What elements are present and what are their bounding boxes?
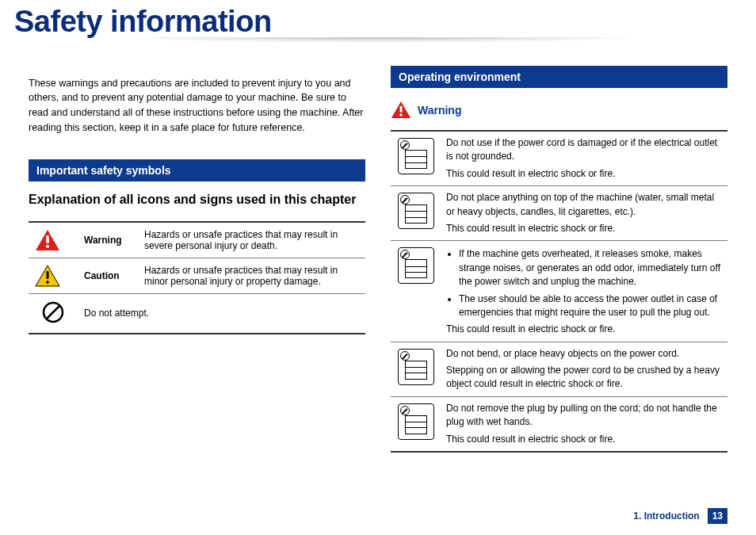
warning-row: Do not remove the plug by pulling on the… — [391, 396, 727, 452]
right-column: Operating environment Warning Do not use… — [391, 66, 727, 453]
objects-on-machine-icon — [398, 193, 434, 229]
svg-point-3 — [46, 281, 49, 284]
cord-bend-icon — [398, 349, 434, 385]
warning-line: Do not place anything on top of the mach… — [446, 191, 723, 219]
section-heading-symbols: Important safety symbols — [29, 159, 365, 182]
warning-line: Do not use if the power cord is damaged … — [446, 136, 723, 164]
symbol-row-caution: Caution Hazards or unsafe practices that… — [29, 258, 365, 293]
symbols-subheading: Explanation of all icons and signs used … — [29, 193, 365, 207]
warning-heading: Warning — [391, 101, 727, 119]
warning-text: Do not place anything on top of the mach… — [441, 186, 727, 241]
warning-text: Do not remove the plug by pulling on the… — [441, 396, 727, 452]
warning-text: If the machine gets overheated, it relea… — [441, 241, 727, 342]
symbol-term: Warning — [78, 222, 138, 258]
symbol-table: Warning Hazards or unsafe practices that… — [29, 221, 365, 334]
warning-line: Do not remove the plug by pulling on the… — [446, 402, 723, 430]
warning-line: This could result in electric shock or f… — [446, 167, 723, 181]
warning-text: Do not bend, or place heavy objects on t… — [441, 342, 727, 396]
warning-row: Do not place anything on top of the mach… — [391, 186, 727, 241]
caution-triangle-yellow-icon — [29, 258, 78, 293]
warning-line: This could result in electric shock or f… — [446, 323, 723, 336]
warning-row: Do not bend, or place heavy objects on t… — [391, 342, 727, 396]
content-columns: These warnings and precautions are inclu… — [29, 66, 727, 453]
prohibit-circle-icon — [29, 293, 78, 334]
symbol-desc: Hazards or unsafe practices that may res… — [138, 258, 365, 293]
symbol-row-prohibit: Do not attempt. — [29, 293, 365, 334]
warning-text: Do not use if the power cord is damaged … — [441, 131, 727, 186]
warning-line: This could result in electric shock or f… — [446, 433, 723, 446]
section-heading-operating-env: Operating environment — [391, 66, 727, 88]
warning-bullet: If the machine gets overheated, it relea… — [459, 247, 723, 289]
damaged-cord-icon — [398, 138, 434, 174]
page-number: 13 — [708, 508, 727, 524]
warning-bullet: The user should be able to access the po… — [459, 292, 723, 320]
svg-point-1 — [46, 244, 49, 247]
symbol-desc: Hazards or unsafe practices that may res… — [138, 222, 365, 258]
title-shadow — [0, 37, 756, 50]
page-footer: 1. Introduction 13 — [633, 508, 727, 524]
overheat-unplug-icon — [398, 247, 434, 284]
symbol-row-warning: Warning Hazards or unsafe practices that… — [29, 222, 365, 258]
warning-line: Stepping on or allowing the power cord t… — [446, 364, 723, 392]
wet-hands-plug-icon — [398, 403, 434, 440]
chapter-label: 1. Introduction — [633, 510, 699, 522]
svg-rect-0 — [46, 235, 49, 243]
symbol-desc: Do not attempt. — [78, 293, 365, 334]
svg-point-7 — [399, 113, 402, 116]
warning-label: Warning — [418, 104, 461, 117]
warning-triangle-red-icon — [29, 222, 78, 258]
warning-line: This could result in electric shock or f… — [446, 222, 723, 235]
warning-line: Do not bend, or place heavy objects on t… — [446, 347, 723, 361]
warning-row: If the machine gets overheated, it relea… — [391, 241, 727, 342]
symbol-term: Caution — [78, 258, 138, 293]
warning-bullet-list: If the machine gets overheated, it relea… — [459, 247, 723, 319]
svg-rect-2 — [47, 271, 49, 279]
page-title: Safety information — [14, 5, 756, 39]
warning-row: Do not use if the power cord is damaged … — [391, 131, 727, 186]
warning-triangle-red-icon — [391, 101, 411, 119]
warning-table: Do not use if the power cord is damaged … — [391, 130, 727, 453]
intro-paragraph: These warnings and precautions are inclu… — [29, 76, 365, 136]
title-bar: Safety information — [0, 5, 756, 47]
svg-rect-6 — [400, 106, 403, 113]
manual-page: Safety information These warnings and pr… — [0, 0, 756, 535]
left-column: These warnings and precautions are inclu… — [29, 66, 365, 453]
svg-line-5 — [47, 306, 59, 319]
